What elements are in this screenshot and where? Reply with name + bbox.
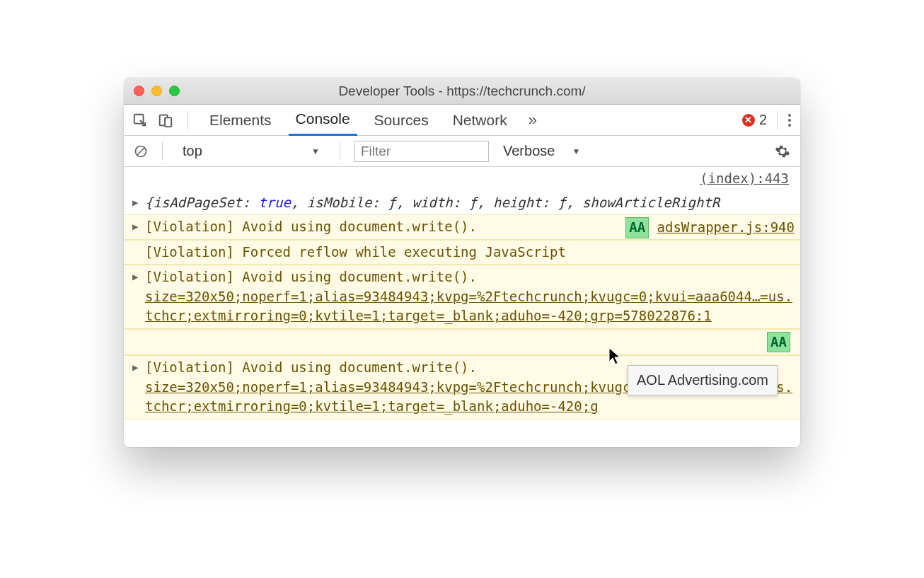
tab-network[interactable]: Network xyxy=(446,105,514,136)
source-link[interactable]: (index):443 xyxy=(700,170,789,186)
log-message: [Violation] Forced reflow while executin… xyxy=(145,244,566,260)
tab-sources[interactable]: Sources xyxy=(367,105,436,136)
divider xyxy=(187,111,188,129)
filter-input[interactable] xyxy=(354,141,489,162)
device-toolbar-icon[interactable] xyxy=(158,112,173,128)
request-url-link[interactable]: size=320x50;noperf=1;alias=93484943;kvpg… xyxy=(145,289,792,324)
svg-rect-2 xyxy=(165,117,171,127)
svg-point-4 xyxy=(788,119,791,122)
window-title: Developer Tools - https://techcrunch.com… xyxy=(124,83,800,99)
log-row-badge-line: AA xyxy=(124,329,800,356)
settings-icon[interactable] xyxy=(775,144,790,159)
error-icon: ✕ xyxy=(742,114,755,127)
divider xyxy=(340,142,340,161)
chevron-down-icon: ▼ xyxy=(311,146,320,156)
log-row-object: ▶ {isAdPageSet: true, isMobile: ƒ, width… xyxy=(124,191,800,215)
object-preview[interactable]: {isAdPageSet: true, isMobile: ƒ, width: … xyxy=(145,195,720,210)
chevron-down-icon: ▼ xyxy=(572,146,580,156)
log-message: [Violation] Avoid using document.write()… xyxy=(145,269,477,284)
maximize-window-button[interactable] xyxy=(169,86,180,96)
more-tabs-icon[interactable]: » xyxy=(524,111,541,129)
expand-toggle[interactable]: ▶ xyxy=(132,219,138,233)
log-row-violation: ▶[Violation] Avoid using document.write(… xyxy=(124,265,800,329)
attribution-badge[interactable]: AA xyxy=(625,217,649,238)
log-source-line: (index):443 xyxy=(124,167,800,191)
tab-console[interactable]: Console xyxy=(289,105,357,136)
expand-toggle[interactable]: ▶ xyxy=(132,360,138,374)
titlebar: Developer Tools - https://techcrunch.com… xyxy=(124,78,800,105)
svg-line-7 xyxy=(137,148,144,155)
log-row-violation: [Violation] Forced reflow while executin… xyxy=(124,240,800,265)
context-value: top xyxy=(183,143,202,159)
close-window-button[interactable] xyxy=(134,86,144,96)
badge-tooltip: AOL Advertising.com xyxy=(628,365,778,395)
log-message: [Violation] Avoid using document.write()… xyxy=(145,219,477,234)
inspect-element-icon[interactable] xyxy=(132,112,148,128)
divider xyxy=(777,111,778,129)
error-count-badge[interactable]: ✕ 2 xyxy=(742,112,767,128)
tab-elements[interactable]: Elements xyxy=(202,105,279,136)
svg-point-5 xyxy=(788,124,791,127)
tabsbar-right: ✕ 2 xyxy=(742,111,792,129)
error-count: 2 xyxy=(759,112,767,128)
svg-point-3 xyxy=(788,114,791,117)
log-row-violation: ▶[Violation] Avoid using document.write(… xyxy=(124,214,800,240)
dock-menu-icon[interactable] xyxy=(787,112,792,128)
clear-console-icon[interactable] xyxy=(134,144,148,158)
window-controls xyxy=(134,86,180,96)
console-toolbar: top ▼ Verbose ▼ xyxy=(124,136,800,167)
log-message: [Violation] Avoid using document.write()… xyxy=(145,359,477,375)
log-level-selector[interactable]: Verbose ▼ xyxy=(499,143,584,159)
log-level-value: Verbose xyxy=(503,143,555,159)
console-output: (index):443 ▶ {isAdPageSet: true, isMobi… xyxy=(124,167,800,447)
divider xyxy=(162,142,163,161)
expand-toggle[interactable]: ▶ xyxy=(132,270,138,284)
attribution-badge[interactable]: AA xyxy=(767,332,790,353)
minimize-window-button[interactable] xyxy=(151,86,162,96)
source-link[interactable]: adsWrapper.js:940 xyxy=(657,219,795,235)
context-selector[interactable]: top ▼ xyxy=(177,141,325,162)
expand-toggle[interactable]: ▶ xyxy=(132,195,138,209)
main-tabs: Elements Console Sources Network » ✕ 2 xyxy=(124,105,800,136)
log-source: AA adsWrapper.js:940 xyxy=(625,217,795,238)
devtools-window: Developer Tools - https://techcrunch.com… xyxy=(124,78,800,447)
